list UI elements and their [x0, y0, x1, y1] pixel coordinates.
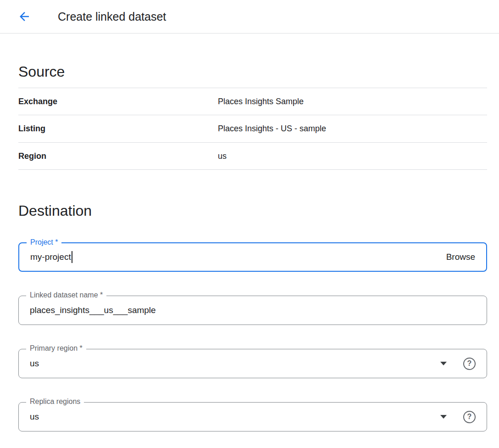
exchange-value: Places Insights Sample: [218, 95, 304, 107]
help-outline-icon[interactable]: ?: [463, 411, 476, 423]
primary-region-select[interactable]: Primary region * us ?: [18, 349, 487, 378]
browse-button[interactable]: Browse: [446, 252, 475, 262]
create-linked-dataset-page: Create linked dataset Source Exchange Pl…: [0, 0, 499, 448]
primary-region-label: Primary region *: [26, 344, 86, 353]
arrow-drop-down-icon[interactable]: [440, 362, 447, 365]
source-row-listing: Listing Places Insights - US - sample: [18, 115, 487, 142]
help-outline-icon[interactable]: ?: [463, 358, 476, 370]
listing-value: Places Insights - US - sample: [218, 123, 326, 134]
page-title: Create linked dataset: [58, 10, 166, 23]
replica-regions-select[interactable]: Replica regions us ?: [18, 402, 487, 431]
source-row-exchange: Exchange Places Insights Sample: [18, 88, 487, 115]
arrow-drop-down-icon[interactable]: [440, 415, 447, 419]
project-field-label: Project *: [27, 238, 61, 246]
exchange-label: Exchange: [18, 95, 218, 107]
project-input-value[interactable]: my-project: [30, 252, 71, 262]
linked-dataset-name-label: Linked dataset name *: [26, 291, 106, 299]
listing-label: Listing: [18, 123, 218, 134]
region-value: us: [218, 150, 227, 162]
primary-region-value: us: [30, 358, 39, 369]
destination-heading: Destination: [18, 202, 487, 219]
region-label: Region: [18, 150, 218, 162]
source-row-region: Region us: [18, 143, 487, 170]
header: Create linked dataset: [0, 0, 499, 34]
source-section: Source Exchange Places Insights Sample L…: [18, 34, 487, 170]
destination-heading-wrap: Destination: [18, 170, 487, 222]
arrow-back-icon: [17, 10, 31, 23]
linked-dataset-name-value[interactable]: places_insights___us___sample: [30, 305, 156, 315]
back-button[interactable]: [16, 8, 33, 25]
source-heading-wrap: Source: [18, 34, 487, 88]
replica-regions-label: Replica regions: [26, 398, 84, 406]
project-field[interactable]: Project * my-project Browse: [18, 242, 487, 272]
source-heading: Source: [18, 63, 487, 80]
linked-dataset-name-field[interactable]: Linked dataset name * places_insights___…: [18, 296, 487, 325]
replica-regions-value: us: [30, 412, 39, 422]
text-cursor: [72, 251, 72, 263]
destination-section: Destination Project * my-project Browse …: [18, 170, 487, 431]
main-content: Source Exchange Places Insights Sample L…: [0, 34, 499, 431]
